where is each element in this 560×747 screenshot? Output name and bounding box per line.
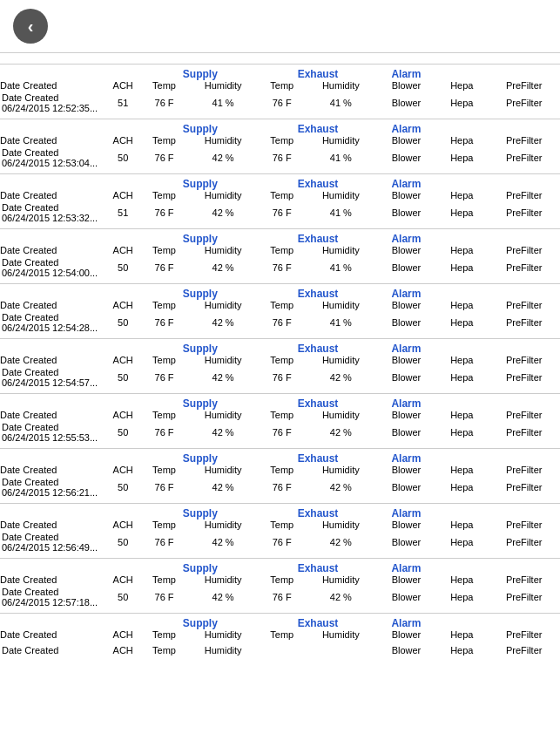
hepa-spacer	[435, 504, 488, 520]
blower-col-label: Blower	[377, 355, 436, 367]
table-row: Date Created 06/24/2015 12:56:49... 50 7…	[0, 532, 560, 559]
group-header-row: Supply Exhaust Alarm	[0, 559, 560, 575]
exhaust-temp-value: 76 F	[259, 532, 305, 559]
table-row: Date Created 06/24/2015 12:52:35... 51 7…	[0, 92, 560, 119]
hepa-col-label: Hepa	[435, 410, 488, 422]
supply-humidity-value: 42 %	[187, 147, 260, 174]
hepa-spacer	[435, 394, 488, 411]
date-header	[0, 284, 141, 301]
supply-temp-col-label: Temp	[141, 410, 187, 422]
hepa-spacer	[435, 174, 488, 191]
date-cell: Date Created 06/24/2015 12:54:28...	[0, 312, 105, 339]
date-value: 06/24/2015 12:57:18...	[2, 597, 105, 608]
exhaust-temp-col-label: Temp	[259, 520, 305, 532]
alarm-header: Alarm	[377, 394, 436, 411]
supply-temp-value: 76 F	[141, 202, 187, 229]
supply-temp-value: 76 F	[141, 422, 187, 449]
ach-col-label: ACH	[105, 520, 141, 532]
alarm-header: Alarm	[377, 504, 436, 520]
prefilter-spacer	[488, 65, 560, 80]
ach-col-label: ACH	[105, 300, 141, 312]
blower-col-label: Blower	[377, 300, 436, 312]
blower-value: Blower	[377, 587, 436, 614]
exhaust-humidity-value: 41 %	[305, 257, 377, 284]
alarm-header: Alarm	[377, 284, 436, 301]
supply-humidity-value: 42 %	[187, 257, 260, 284]
blower-value: Blower	[377, 477, 436, 504]
date-cell: Date Created 06/24/2015 12:56:49...	[0, 532, 105, 559]
exhaust-humidity-partial	[305, 642, 377, 661]
date-header	[0, 119, 141, 136]
date-cell-partial: Date Created	[0, 642, 105, 661]
date-value: 06/24/2015 12:54:00...	[2, 268, 105, 278]
table-row: Date Created 06/24/2015 12:53:04... 50 7…	[0, 147, 560, 174]
supply-header: Supply	[141, 65, 259, 80]
date-header	[0, 559, 141, 575]
prefilter-value: PreFilter	[488, 532, 560, 559]
date-header	[0, 229, 141, 246]
col-sub-row: Date Created ACH Temp Humidity Temp Humi…	[0, 245, 560, 257]
date-label: Date Created	[2, 587, 105, 597]
prefilter-value: PreFilter	[488, 202, 560, 229]
date-col-label: Date Created	[0, 465, 105, 477]
hepa-spacer	[435, 284, 488, 301]
prefilter-spacer	[488, 284, 560, 301]
exhaust-humidity-value: 41 %	[305, 92, 377, 119]
date-label: Date Created	[2, 367, 105, 377]
date-label: Date Created	[2, 477, 105, 487]
supply-header: Supply	[141, 559, 259, 575]
exhaust-temp-value: 76 F	[259, 477, 305, 504]
hepa-spacer	[435, 449, 488, 465]
blower-col-label: Blower	[377, 629, 436, 642]
supply-temp-col-label: Temp	[141, 80, 187, 92]
group-header-row: Supply Exhaust Alarm	[0, 119, 560, 136]
prefilter-spacer	[488, 449, 560, 465]
exhaust-temp-partial	[259, 642, 305, 661]
exhaust-temp-value: 76 F	[259, 147, 305, 174]
alarm-header: Alarm	[377, 559, 436, 575]
exhaust-temp-col-label: Temp	[259, 465, 305, 477]
prefilter-col-label: PreFilter	[488, 245, 560, 257]
ach-value: 50	[105, 587, 141, 614]
exhaust-temp-value: 76 F	[259, 92, 305, 119]
prefilter-spacer	[488, 339, 560, 356]
blower-col-label: Blower	[377, 410, 436, 422]
exhaust-humidity-value: 41 %	[305, 202, 377, 229]
exhaust-temp-col-label: Temp	[259, 355, 305, 367]
prefilter-spacer	[488, 119, 560, 136]
exhaust-humidity-value: 42 %	[305, 367, 377, 394]
blower-value: Blower	[377, 147, 436, 174]
prefilter-spacer	[488, 614, 560, 630]
group-header-row: Supply Exhaust Alarm	[0, 284, 560, 301]
back-button[interactable]: ‹	[13, 9, 48, 44]
date-col-label: Date Created	[0, 629, 105, 642]
exhaust-humidity-col-label: Humidity	[305, 520, 377, 532]
prefilter-spacer	[488, 229, 560, 246]
exhaust-temp-value: 76 F	[259, 367, 305, 394]
supply-humidity-value: 41 %	[187, 92, 260, 119]
date-col-label: Date Created	[0, 410, 105, 422]
hepa-col-label: Hepa	[435, 190, 488, 202]
col-sub-row: Date Created ACH Temp Humidity Temp Humi…	[0, 465, 560, 477]
date-value: 06/24/2015 12:53:04...	[2, 158, 105, 168]
blower-value: Blower	[377, 257, 436, 284]
supply-temp-value: 76 F	[141, 532, 187, 559]
ach-col-label: ACH	[105, 80, 141, 92]
exhaust-temp-col-label: Temp	[259, 135, 305, 147]
table-container[interactable]: Supply Exhaust Alarm Date Created ACH Te…	[0, 65, 560, 716]
supply-humidity-col-label: Humidity	[187, 135, 260, 147]
hepa-spacer	[435, 614, 488, 630]
group-header-row: Supply Exhaust Alarm	[0, 229, 560, 246]
alarm-header: Alarm	[377, 449, 436, 465]
col-sub-row: Date Created ACH Temp Humidity Temp Humi…	[0, 520, 560, 532]
date-header	[0, 504, 141, 520]
ach-value: 50	[105, 367, 141, 394]
supply-humidity-col-label: Humidity	[187, 300, 260, 312]
supply-temp-value: 76 F	[141, 312, 187, 339]
supply-temp-col-label: Temp	[141, 629, 187, 642]
prefilter-value: PreFilter	[488, 587, 560, 614]
blower-col-label: Blower	[377, 80, 436, 92]
prefilter-value: PreFilter	[488, 422, 560, 449]
prefilter-spacer	[488, 394, 560, 411]
supply-temp-col-label: Temp	[141, 190, 187, 202]
